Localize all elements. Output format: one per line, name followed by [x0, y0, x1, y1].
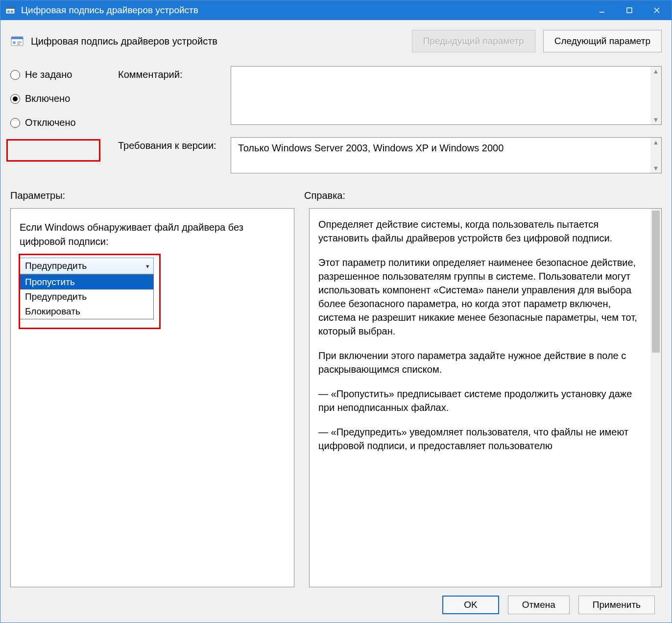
scroll-up-icon[interactable]: ▲	[653, 138, 659, 147]
svg-point-10	[13, 41, 16, 44]
svg-rect-3	[11, 10, 13, 13]
help-panel: Определяет действие системы, когда польз…	[309, 208, 662, 587]
cancel-button[interactable]: Отмена	[508, 596, 570, 614]
parameters-panel: Если Windows обнаруживает файл драйвера …	[10, 208, 294, 587]
radio-disabled[interactable]: Отключено	[10, 117, 118, 128]
minimize-button[interactable]	[588, 0, 616, 20]
help-paragraph: — «Предупредить» уведомляет пользователя…	[318, 425, 645, 453]
content-area: Цифровая подпись драйверов устройств Пре…	[0, 20, 672, 623]
footer-buttons: OK Отмена Применить	[10, 587, 662, 623]
settings-grid: Не задано Включено Отключено Комментарий…	[10, 66, 662, 173]
help-paragraph: При включении этого параметра задайте ну…	[318, 349, 645, 376]
previous-setting-button: Предыдущий параметр	[412, 30, 535, 52]
svg-rect-9	[11, 37, 23, 39]
radio-enabled[interactable]: Включено	[10, 93, 118, 104]
radio-label: Отключено	[25, 117, 76, 128]
radio-icon	[10, 118, 20, 128]
radio-icon	[10, 94, 20, 104]
scrollbar[interactable]: ▲ ▼	[650, 138, 661, 173]
lower-columns: Если Windows обнаруживает файл драйвера …	[10, 208, 662, 587]
requirements-box: Только Windows Server 2003, Windows XP и…	[231, 137, 662, 173]
svg-rect-11	[17, 42, 22, 43]
dropdown-option[interactable]: Предупредить	[20, 289, 153, 304]
scroll-up-icon[interactable]: ▲	[653, 67, 659, 76]
dropdown-option[interactable]: Пропустить	[20, 275, 153, 289]
section-labels: Параметры: Справка:	[10, 190, 662, 201]
close-button[interactable]	[643, 0, 671, 20]
apply-button[interactable]: Применить	[578, 596, 655, 614]
svg-rect-2	[7, 10, 10, 13]
help-paragraph: Определяет действие системы, когда польз…	[318, 217, 645, 245]
help-label: Справка:	[304, 190, 662, 201]
scrollbar[interactable]	[650, 209, 661, 587]
radio-not-configured[interactable]: Не задано	[10, 69, 118, 80]
scrollbar[interactable]: ▲ ▼	[650, 67, 661, 124]
window-buttons	[588, 0, 671, 20]
next-setting-button[interactable]: Следующий параметр	[543, 30, 662, 52]
policy-icon	[10, 34, 24, 48]
combobox-dropdown: Пропустить Предупредить Блокировать	[20, 274, 154, 319]
gpo-dialog-window: Цифровая подпись драйверов устройств Циф…	[0, 0, 672, 623]
requirements-label: Требования к версии:	[118, 137, 231, 151]
scrollbar-thumb[interactable]	[652, 211, 660, 353]
app-icon	[4, 4, 16, 16]
dropdown-option[interactable]: Блокировать	[20, 304, 153, 319]
comment-label: Комментарий:	[118, 66, 231, 80]
maximize-button[interactable]	[616, 0, 643, 20]
header-row: Цифровая подпись драйверов устройств Пре…	[10, 30, 662, 52]
requirements-text: Только Windows Server 2003, Windows XP и…	[238, 143, 504, 153]
parameters-label: Параметры:	[10, 190, 304, 201]
combo-selected: Предупредить	[25, 261, 87, 271]
svg-rect-12	[17, 44, 20, 45]
help-paragraph: — «Пропустить» предписывает системе прод…	[318, 387, 645, 414]
window-title: Цифровая подпись драйверов устройств	[21, 5, 588, 16]
help-paragraph: Этот параметр политики определяет наимен…	[318, 256, 645, 338]
policy-title: Цифровая подпись драйверов устройств	[31, 36, 404, 47]
action-combobox[interactable]: Предупредить ▾	[20, 258, 154, 274]
scroll-down-icon[interactable]: ▼	[653, 115, 659, 124]
svg-rect-1	[6, 7, 15, 9]
scroll-down-icon[interactable]: ▼	[653, 164, 659, 173]
titlebar[interactable]: Цифровая подпись драйверов устройств	[0, 0, 672, 20]
state-radios: Не задано Включено Отключено	[10, 66, 118, 128]
radio-label: Не задано	[25, 69, 72, 80]
radio-label: Включено	[25, 93, 70, 104]
radio-icon	[10, 70, 20, 80]
param-prompt: Если Windows обнаруживает файл драйвера …	[20, 220, 285, 249]
comment-textbox[interactable]: ▲ ▼	[231, 66, 662, 125]
ok-button[interactable]: OK	[442, 596, 499, 614]
svg-rect-5	[627, 8, 632, 13]
chevron-down-icon: ▾	[146, 263, 149, 270]
